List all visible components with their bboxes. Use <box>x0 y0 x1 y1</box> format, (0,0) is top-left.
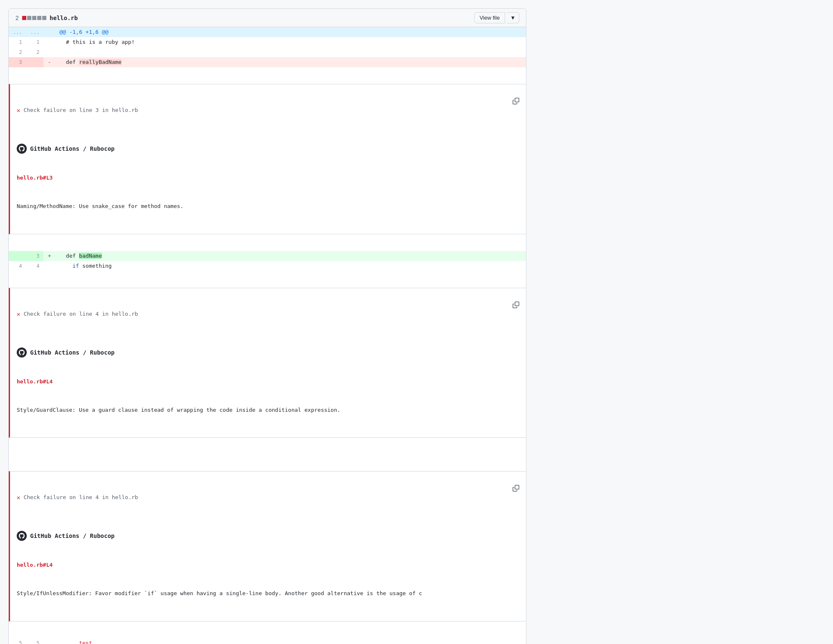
annotation-header-2: ✕ Check failure on line 4 in hello.rb <box>17 310 519 318</box>
diff-container: 2 hello.rb View file ▼ ... ... @@ -1,6 +… <box>8 8 526 644</box>
annotation-source-3: GitHub Actions / Rubocop <box>17 531 519 541</box>
diff-line-2: 2 2 <box>9 47 526 57</box>
copy-icon-1[interactable] <box>463 89 519 115</box>
annotation-row-3: ✕ Check failure on line 4 in hello.rb Gi… <box>9 454 526 638</box>
diff-line-3-added: 3 + def badName <box>9 251 526 261</box>
diff-line-5: 5 5 test <box>9 638 526 644</box>
error-icon-2: ✕ <box>17 310 20 318</box>
hunk-new-num: ... <box>26 27 44 37</box>
def-keyword-deleted: def <box>66 59 79 65</box>
annotation-message-1: Naming/MethodName: Use snake_case for me… <box>17 202 519 210</box>
annotation-card-3: ✕ Check failure on line 4 in hello.rb Gi… <box>9 471 526 621</box>
source-name-1: GitHub Actions / Rubocop <box>30 145 114 153</box>
annotation-message-3: Style/IfUnlessModifier: Favor modifier `… <box>17 589 519 598</box>
source-name-2: GitHub Actions / Rubocop <box>30 348 114 357</box>
annotation-row-2: ✕ Check failure on line 4 in hello.rb Gi… <box>9 271 526 455</box>
annotation-link-2[interactable]: hello.rb#L4 <box>17 378 519 386</box>
github-logo-1 <box>17 144 27 154</box>
highlight-really-bad-name: reallyBadName <box>79 59 122 65</box>
annotation-link-1[interactable]: hello.rb#L3 <box>17 174 519 182</box>
annotation-card-1: ✕ Check failure on line 3 in hello.rb Gi… <box>9 84 526 234</box>
file-status-icons <box>22 16 46 20</box>
error-icon-1: ✕ <box>17 106 20 114</box>
hunk-sign <box>43 27 55 37</box>
annotation-link-3[interactable]: hello.rb#L4 <box>17 561 519 569</box>
view-file-button[interactable]: View file <box>474 12 505 23</box>
annotation-header-3: ✕ Check failure on line 4 in hello.rb <box>17 493 519 502</box>
diff-header: 2 hello.rb View file ▼ <box>9 9 526 27</box>
if-keyword: if <box>73 263 79 269</box>
annotation-title-3: Check failure on line 4 in hello.rb <box>23 493 519 502</box>
highlight-bad-name: badName <box>79 253 102 259</box>
diff-header-left: 2 hello.rb <box>15 15 78 21</box>
hunk-old-num: ... <box>9 27 26 37</box>
annotation-card-2: ✕ Check failure on line 4 in hello.rb Gi… <box>9 288 526 438</box>
annotation-message-2: Style/GuardClause: Use a guard clause in… <box>17 406 519 414</box>
diff-line-1: 1 1 # this is a ruby app! <box>9 37 526 47</box>
diff-line-3-deleted: 3 - def reallyBadName <box>9 57 526 67</box>
status-sq-gray2 <box>32 16 36 20</box>
github-logo-3 <box>17 531 27 541</box>
diff-header-right: View file ▼ <box>474 12 519 23</box>
status-sq-gray1 <box>27 16 31 20</box>
source-name-3: GitHub Actions / Rubocop <box>30 532 114 540</box>
annotation-source-1: GitHub Actions / Rubocop <box>17 144 519 154</box>
chevron-button[interactable]: ▼ <box>507 12 519 23</box>
hunk-content: @@ -1,6 +1,6 @@ <box>55 27 526 37</box>
copy-icon-2[interactable] <box>463 293 519 319</box>
filename: hello.rb <box>50 15 78 21</box>
error-icon-3: ✕ <box>17 493 20 502</box>
status-sq-gray4 <box>42 16 46 20</box>
annotation-row-1: ✕ Check failure on line 3 in hello.rb Gi… <box>9 67 526 251</box>
hunk-header-row: ... ... @@ -1,6 +1,6 @@ <box>9 27 526 37</box>
status-sq-red <box>22 16 26 20</box>
def-keyword-added: def <box>66 253 79 259</box>
annotation-source-2: GitHub Actions / Rubocop <box>17 347 519 357</box>
status-sq-gray3 <box>37 16 41 20</box>
copy-icon-3[interactable] <box>463 477 519 502</box>
github-logo-2 <box>17 347 27 357</box>
file-number: 2 <box>15 15 19 21</box>
annotation-title-2: Check failure on line 4 in hello.rb <box>23 310 519 318</box>
diff-line-4: 4 4 if something <box>9 261 526 271</box>
annotation-title-1: Check failure on line 3 in hello.rb <box>23 106 519 114</box>
annotation-header-1: ✕ Check failure on line 3 in hello.rb <box>17 106 519 114</box>
diff-table: ... ... @@ -1,6 +1,6 @@ 1 1 # this is a … <box>9 27 526 644</box>
